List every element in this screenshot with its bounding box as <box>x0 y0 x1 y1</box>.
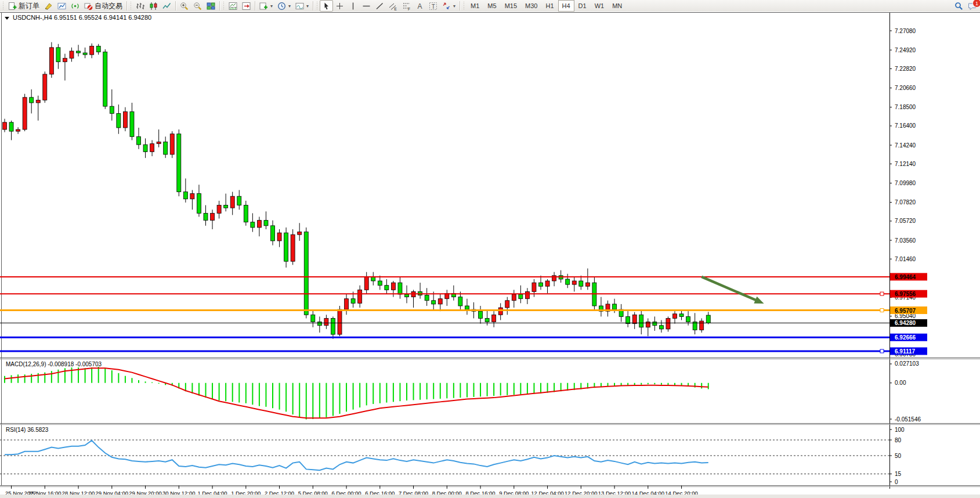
tile-windows-button[interactable] <box>204 0 218 12</box>
vertical-line-tool-button[interactable] <box>346 0 360 12</box>
candle-body <box>110 106 114 113</box>
candle-body <box>432 301 436 304</box>
horizontal-line-tool-button[interactable] <box>360 0 373 12</box>
price-tick-label: 7.16400 <box>895 122 916 129</box>
candle-body <box>63 58 67 62</box>
templates-button[interactable]: ▾ <box>293 0 311 12</box>
chart-svg[interactable]: 7.270807.249207.228207.206607.185007.164… <box>0 12 980 495</box>
time-tick-label: 8 Dec 16:00 <box>465 490 495 495</box>
new-order-button[interactable]: 新订单 <box>6 0 42 12</box>
auto-trading-button[interactable]: 自动交易 <box>82 0 125 12</box>
candle-body <box>673 314 677 319</box>
chat-button[interactable]: 1 <box>965 0 979 12</box>
periods-button[interactable]: ▾ <box>275 0 293 12</box>
timeframe-button-m1[interactable]: M1 <box>467 0 483 12</box>
svg-text:E: E <box>395 6 397 10</box>
toolbar-grip <box>223 1 225 10</box>
candle-body <box>36 100 40 103</box>
zoom-out-button[interactable] <box>191 0 204 12</box>
candle-body <box>498 308 502 315</box>
line-chart-button[interactable] <box>160 0 173 12</box>
rsi-tick-label: 50 <box>895 453 902 459</box>
timeframe-button-h1[interactable]: H1 <box>541 0 558 12</box>
candle-body <box>364 276 368 290</box>
cursor-tool-button[interactable] <box>320 0 333 12</box>
arrows-tool-button[interactable]: ▾ <box>440 0 458 12</box>
candle-body <box>479 311 483 318</box>
add-indicator-button[interactable]: ▾ <box>257 0 275 12</box>
candle-body <box>679 314 684 317</box>
chart-window-button[interactable] <box>55 0 68 12</box>
candle-body <box>237 196 241 205</box>
macd-tick-label: -0.051546 <box>895 416 921 423</box>
candle-body <box>16 129 20 131</box>
chart-window: 7.270807.249207.228207.206607.185007.164… <box>0 12 980 495</box>
indicator-window-icon <box>229 2 237 10</box>
candle-body <box>56 48 60 62</box>
candle-body <box>291 234 295 261</box>
text-label-tool-button[interactable]: T <box>426 0 440 12</box>
text-tool-button[interactable]: A <box>413 0 426 12</box>
auto-trading-label: 自动交易 <box>95 1 122 11</box>
signal-button[interactable] <box>68 0 82 12</box>
highlighter-button[interactable] <box>42 0 55 12</box>
arrows-icon <box>442 2 451 10</box>
hline-handle[interactable] <box>880 349 884 353</box>
timeframe-button-m5[interactable]: M5 <box>483 0 500 12</box>
signal-icon <box>71 2 79 10</box>
candle-body <box>512 294 516 301</box>
hline-price-label: 6.99464 <box>895 274 916 280</box>
equidistant-channel-tool-button[interactable]: E <box>386 0 400 12</box>
candle-body <box>190 194 194 199</box>
candle-body <box>284 233 288 261</box>
bar-chart-button[interactable] <box>133 0 147 12</box>
candle-body <box>331 318 335 334</box>
timeframe-button-m15[interactable]: M15 <box>501 0 521 12</box>
candle-body <box>686 316 690 322</box>
candle-body <box>425 295 429 301</box>
candle-body <box>244 205 248 222</box>
svg-text:T: T <box>432 3 435 9</box>
add-indicator-icon <box>259 2 268 10</box>
candle-body <box>130 111 134 136</box>
macd-tick-label: 0.00 <box>895 380 906 386</box>
macd-tick-label: 0.027103 <box>895 360 919 367</box>
timeframe-button-d1[interactable]: D1 <box>574 0 591 12</box>
hline-price-label: 6.97556 <box>895 291 916 297</box>
periods-clock-icon <box>277 2 286 10</box>
candle-body <box>324 318 328 325</box>
hline-handle[interactable] <box>880 309 884 312</box>
chart-shift-button[interactable] <box>240 0 253 12</box>
indicator-window-button[interactable] <box>226 0 240 12</box>
zoom-in-button[interactable] <box>178 0 191 12</box>
search-button[interactable] <box>952 0 965 12</box>
candle-body <box>3 122 7 129</box>
highlighter-icon <box>44 2 53 10</box>
time-tick-label: 6 Dec 16:00 <box>365 490 395 495</box>
trend-line-tool-button[interactable] <box>373 0 386 12</box>
template-icon <box>295 2 304 10</box>
candle-body <box>230 196 234 208</box>
zoom-out-icon <box>193 2 202 10</box>
time-tick-label: 14 Dec 04:00 <box>632 490 665 495</box>
candle-body <box>653 322 657 326</box>
separator <box>219 1 220 10</box>
candle-body <box>143 145 147 151</box>
timeframe-button-h4[interactable]: H4 <box>558 0 574 12</box>
crosshair-tool-button[interactable] <box>333 0 346 12</box>
time-tick-label: 8 Dec 00:00 <box>432 490 462 495</box>
timeframe-button-m30[interactable]: M30 <box>521 0 541 12</box>
candle-body <box>117 113 121 128</box>
candlestick-button[interactable] <box>147 0 160 12</box>
cursor-icon <box>322 2 331 10</box>
hline-handle[interactable] <box>880 292 884 295</box>
candle-body <box>613 304 617 309</box>
timeframe-button-w1[interactable]: W1 <box>591 0 609 12</box>
chevron-down-icon: ▾ <box>453 3 455 9</box>
fibonacci-tool-button[interactable]: F <box>400 0 413 12</box>
timeframe-button-mn[interactable]: MN <box>608 0 626 12</box>
price-tick-label: 7.14240 <box>895 142 916 149</box>
chart-shift-icon <box>242 2 251 10</box>
candle-body <box>43 74 47 100</box>
candle-body <box>492 315 496 322</box>
